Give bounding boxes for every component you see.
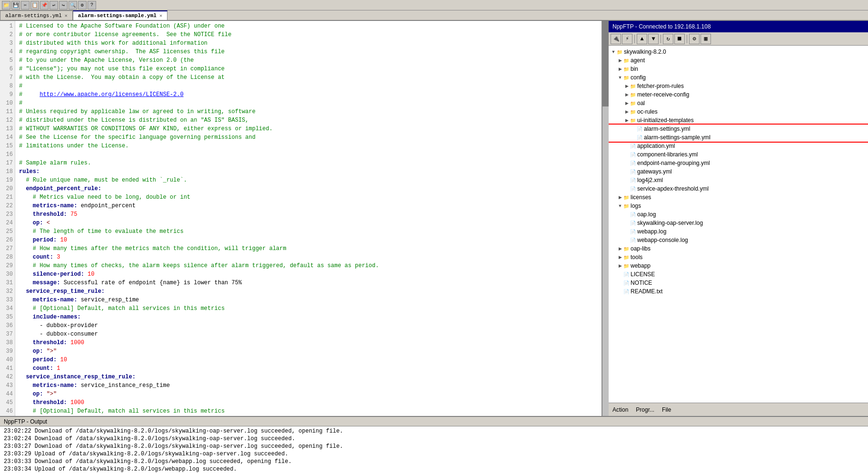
tree-item-oal[interactable]: ▶📁oal: [609, 99, 868, 107]
tree-item-fetcher-prom-rules[interactable]: ▶📁fetcher-prom-rules: [609, 82, 868, 90]
output-line: 23:03:34 Upload of /data/skywalking-8.2.…: [4, 465, 864, 473]
toolbar-icon-3[interactable]: ✂: [21, 1, 30, 10]
tab-close-active-icon[interactable]: ✕: [159, 13, 162, 19]
ftp-action-status[interactable]: Action: [612, 406, 628, 413]
tree-item-logs[interactable]: ▼📁logs: [609, 202, 868, 210]
code-line-8: #: [19, 82, 598, 90]
toolbar-icon-6[interactable]: ↩: [49, 1, 58, 10]
tree-item-agent[interactable]: ▶📁agent: [609, 56, 868, 65]
code-line-19: # Rule unique name, must be ended with `…: [19, 176, 598, 184]
tree-indent-webapp-log: [609, 228, 624, 235]
line-number-16: 16: [0, 150, 15, 159]
tree-label-fetcher-prom-rules: fetcher-prom-rules: [637, 83, 684, 89]
tree-item-gateways-yml[interactable]: 📄gateways.yml: [609, 167, 868, 176]
code-area[interactable]: # Licensed to the Apache Software Founda…: [15, 21, 602, 416]
editor-scroll[interactable]: 1234567891011121314151617181920212223242…: [0, 21, 602, 416]
toolbar-icon-10[interactable]: ?: [88, 1, 96, 10]
tree-toggle-placeholder-component-libraries-yml: [624, 152, 630, 157]
tree-toggle-meter-receive-config[interactable]: ▶: [624, 92, 630, 97]
ftp-file-tree[interactable]: ▼📁skywalking-8.2.0 ▶📁agent ▶📁bin ▼📁confi…: [609, 46, 868, 403]
tree-item-endpoint-name-grouping-yml[interactable]: 📄endpoint-name-grouping.yml: [609, 159, 868, 167]
tree-item-webapp-log[interactable]: 📄webapp.log: [609, 227, 868, 236]
main-content: 1234567891011121314151617181920212223242…: [0, 21, 868, 416]
tree-item-skywalking-oap-server-log[interactable]: 📄skywalking-oap-server.log: [609, 219, 868, 227]
ftp-disconnect-icon[interactable]: ⚡: [622, 34, 632, 44]
folder-icon-agent: 📁: [623, 57, 630, 64]
line-number-33: 33: [0, 296, 15, 304]
tree-label-application-yml: application.yml: [637, 143, 675, 149]
tree-toggle-logs[interactable]: ▼: [617, 203, 623, 209]
tree-toggle-bin[interactable]: ▶: [617, 66, 623, 72]
tree-item-alarm-settings-sample-yml[interactable]: 📄alarm-settings-sample.yml: [609, 133, 868, 142]
tree-item-tools[interactable]: ▶📁tools: [609, 253, 868, 261]
tree-item-log4j-xml[interactable]: 📄log4j2.xml: [609, 176, 868, 184]
tree-indent-config: [609, 74, 617, 81]
folder-icon-bin: 📁: [623, 66, 630, 72]
line-number-15: 15: [0, 142, 15, 150]
tree-item-ui-initialized-templates[interactable]: ▶📁ui-initialized-templates: [609, 116, 868, 125]
tab-label-active: alarm-settings-sample.yml: [78, 13, 157, 19]
tree-item-service-apdex-threshold-yml[interactable]: 📄service-apdex-threshold.yml: [609, 184, 868, 193]
tab-close-icon[interactable]: ✕: [65, 13, 68, 19]
tree-toggle-fetcher-prom-rules[interactable]: ▶: [624, 83, 630, 89]
line-number-8: 8: [0, 82, 15, 90]
ftp-settings-icon[interactable]: ⚙: [689, 34, 700, 44]
ftp-refresh-icon[interactable]: ↻: [663, 34, 673, 44]
tab-alarm-settings-sample[interactable]: alarm-settings-sample.yml ✕: [73, 10, 168, 20]
tree-indent-README: [609, 288, 617, 295]
tree-item-bin[interactable]: ▶📁bin: [609, 65, 868, 73]
output-content[interactable]: 23:02:22 Download of /data/skywalking-8.…: [0, 426, 868, 473]
ftp-connect-icon[interactable]: 🔌: [611, 34, 621, 44]
tab-alarm-settings[interactable]: alarm-settings.yml ✕: [0, 10, 73, 20]
tree-item-licenses[interactable]: ▶📁licenses: [609, 193, 868, 202]
toolbar-icon-4[interactable]: 📋: [30, 1, 39, 10]
tree-item-config[interactable]: ▼📁config: [609, 73, 868, 82]
ftp-stop-icon[interactable]: ⏹: [674, 34, 685, 44]
tree-toggle-ui-initialized-templates[interactable]: ▶: [624, 117, 630, 123]
tree-item-README[interactable]: 📄README.txt: [609, 287, 868, 296]
tree-item-oap-libs[interactable]: ▶📁oap-libs: [609, 244, 868, 253]
tree-item-application-yml[interactable]: 📄application.yml: [609, 142, 868, 150]
tree-item-meter-receive-config[interactable]: ▶📁meter-receive-config: [609, 90, 868, 99]
ftp-upload-icon[interactable]: ▲: [637, 34, 647, 44]
tree-item-oap-log[interactable]: 📄oap.log: [609, 210, 868, 219]
folder-icon-licenses: 📁: [623, 194, 630, 201]
ftp-download-icon[interactable]: ▼: [648, 34, 659, 44]
tree-item-skywalking-820[interactable]: ▼📁skywalking-8.2.0: [609, 48, 868, 56]
toolbar-icon-9[interactable]: ⚙: [78, 1, 87, 10]
tab-label: alarm-settings.yml: [5, 13, 62, 19]
tree-toggle-licenses[interactable]: ▶: [617, 194, 623, 200]
code-line-24: op: <: [19, 219, 598, 227]
tree-toggle-skywalking-820[interactable]: ▼: [611, 49, 616, 55]
tree-toggle-oap-libs[interactable]: ▶: [617, 246, 623, 251]
tree-item-component-libraries-yml[interactable]: 📄component-libraries.yml: [609, 150, 868, 159]
file-icon-alarm-settings-sample-yml: 📄: [636, 134, 643, 141]
tree-toggle-agent[interactable]: ▶: [617, 58, 623, 63]
editor-scrollbar[interactable]: [602, 21, 609, 416]
tree-item-alarm-settings-yml[interactable]: 📄alarm-settings.yml: [609, 125, 868, 133]
tree-item-LICENSE[interactable]: 📄LICENSE: [609, 270, 868, 279]
code-line-28: count: 3: [19, 253, 598, 261]
line-number-38: 38: [0, 338, 15, 347]
tree-item-webapp-console-log[interactable]: 📄webapp-console.log: [609, 236, 868, 244]
editor-content: 1234567891011121314151617181920212223242…: [0, 21, 602, 416]
tree-item-webapp[interactable]: ▶📁webapp: [609, 261, 868, 270]
tree-toggle-webapp[interactable]: ▶: [617, 263, 623, 269]
tree-toggle-config[interactable]: ▼: [617, 75, 623, 80]
tree-toggle-tools[interactable]: ▶: [617, 254, 623, 260]
tree-label-alarm-settings-sample-yml: alarm-settings-sample.yml: [644, 134, 710, 141]
toolbar-icon-2[interactable]: 💾: [11, 1, 20, 10]
line-number-45: 45: [0, 398, 15, 407]
toolbar-icon-8[interactable]: 🔍: [69, 1, 77, 10]
editor-scrollbar-thumb[interactable]: [602, 21, 609, 106]
code-line-17: # Sample alarm rules.: [19, 159, 598, 167]
tree-item-oc-rules[interactable]: ▶📁oc-rules: [609, 107, 868, 116]
toolbar-icon-1[interactable]: 📁: [2, 1, 10, 10]
line-number-7: 7: [0, 73, 15, 82]
tree-toggle-oal[interactable]: ▶: [624, 100, 630, 106]
toolbar-icon-5[interactable]: 📌: [40, 1, 49, 10]
tree-toggle-oc-rules[interactable]: ▶: [624, 109, 630, 115]
toolbar-icon-7[interactable]: ↪: [59, 1, 68, 10]
tree-item-NOTICE[interactable]: 📄NOTICE: [609, 279, 868, 287]
ftp-grid-icon[interactable]: ▦: [700, 34, 711, 44]
